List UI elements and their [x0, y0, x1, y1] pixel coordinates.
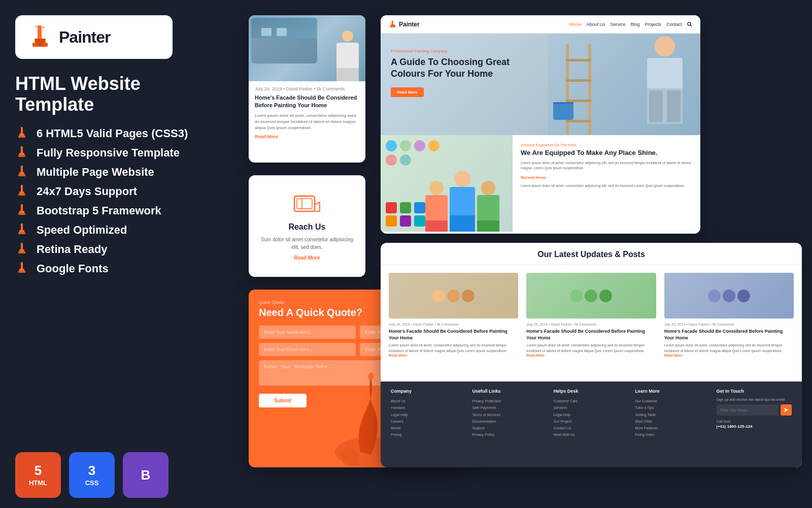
nav-home[interactable]: Home: [569, 22, 581, 27]
reach-body: Sum dolor sit amet consetetur adipisicin…: [259, 236, 355, 251]
post-body-3: Lorem ipsum dolor sit amet, consectetur …: [664, 343, 794, 354]
feature-item-4: 24x7 Days Support: [15, 184, 223, 199]
footer-phone: (+61) 1800-125-124: [717, 424, 792, 429]
brush-icon-8: [15, 262, 29, 276]
reach-card: Reach Us Sum dolor sit amet consetetur a…: [249, 175, 365, 277]
main-title: HTML Website Template: [15, 73, 223, 115]
svg-rect-0: [38, 25, 42, 40]
svg-rect-24: [21, 243, 23, 250]
site-logo-text: Painter: [399, 21, 420, 28]
svg-point-39: [688, 22, 691, 25]
posts-title: Our Latest Updates & Posts: [391, 250, 792, 259]
feature-item-3: Multiple Page Website: [15, 165, 223, 179]
svg-rect-17: [18, 194, 25, 196]
svg-rect-18: [21, 204, 23, 211]
footer-col-title-3: Helps Desk: [554, 389, 629, 394]
quote-input-name[interactable]: [259, 326, 356, 339]
feature-item-8: Google Fonts: [15, 262, 223, 276]
site-nav: Painter Home About Us Service Blog Proje…: [381, 15, 700, 34]
quote-input-email[interactable]: [259, 343, 356, 356]
posts-header: Our Latest Updates & Posts: [381, 243, 802, 265]
brush-icon-2: [15, 146, 29, 160]
post-card-3: July 29, 2019 • David Parker • 5k Commen…: [664, 273, 794, 373]
footer-col-2: Usefull Links Privacy Protection Safe Pa…: [472, 389, 547, 461]
reach-title: Reach Us: [289, 223, 326, 232]
site-footer: Company About Us Investors Legal Help Ca…: [381, 382, 802, 467]
nav-projects[interactable]: Projects: [645, 22, 661, 27]
feature-text-6: Speed Optimized: [37, 224, 127, 237]
about-content: Intensive Experience On This Field. We A…: [513, 135, 700, 232]
nav-contact[interactable]: Contact: [666, 22, 682, 27]
about-title: We Are Equipped To Make Any Place Shine.: [521, 149, 692, 157]
brush-icon-6: [15, 223, 29, 237]
svg-rect-21: [21, 224, 23, 231]
svg-rect-6: [21, 127, 23, 134]
post-read-more-2[interactable]: Read More: [526, 354, 656, 357]
nav-about[interactable]: About Us: [586, 22, 605, 27]
feature-text-7: Retina Ready: [37, 243, 107, 256]
footer-col-4: Learn More Our Customer Tutor a Tips Vis…: [635, 389, 710, 461]
svg-rect-38: [390, 25, 395, 27]
svg-rect-14: [18, 174, 25, 176]
post-read-more-3[interactable]: Read More: [664, 354, 794, 357]
hero-image: [548, 34, 700, 135]
svg-rect-26: [18, 251, 25, 253]
search-icon[interactable]: [687, 22, 692, 27]
footer-email-submit[interactable]: [781, 404, 792, 416]
footer-col-title-2: Usefull Links: [472, 389, 547, 394]
feature-item-5: Bootstrap 5 Framework: [15, 204, 223, 218]
footer-col-1: Company About Us Investors Legal Help Ca…: [391, 389, 466, 461]
reach-read-more[interactable]: Read More: [294, 255, 320, 261]
site-logo: Painter: [389, 20, 420, 28]
about-news-label: Recent News: [521, 175, 692, 180]
post-title-3: Home's Facade Should Be Considered Befor…: [664, 328, 794, 341]
quote-submit-button[interactable]: Submit: [259, 394, 307, 407]
footer-col-5: Get In Touch Sign up and receive the lat…: [717, 389, 792, 461]
blog-card: July 29, 2019 • David Parker • 5k Commen…: [249, 15, 365, 163]
feature-item-7: Retina Ready: [15, 242, 223, 257]
svg-rect-9: [21, 146, 23, 153]
svg-rect-15: [21, 185, 23, 192]
footer-col-title-4: Learn More: [635, 389, 710, 394]
footer-email-input[interactable]: [717, 404, 779, 416]
send-icon: [784, 407, 789, 412]
svg-rect-12: [21, 166, 23, 173]
feature-text-1: 6 HTML5 Valid Pages (CSS3): [37, 127, 188, 140]
brush-icon-5: [15, 204, 29, 218]
blog-card-content: July 29, 2019 • David Parker • 5k Commen…: [249, 81, 365, 144]
about-label: Intensive Experience On This Field.: [521, 143, 692, 147]
feature-list: 6 HTML5 Valid Pages (CSS3) Fully Respons…: [15, 126, 223, 276]
nav-blog[interactable]: Blog: [630, 22, 639, 27]
svg-marker-41: [784, 408, 788, 412]
hero-cta-button[interactable]: Read More: [391, 87, 424, 97]
nav-service[interactable]: Service: [610, 22, 625, 27]
about-body: Lorem ipsum dolor sit amet, consectetur …: [521, 161, 692, 171]
site-about: Intensive Experience On This Field. We A…: [381, 135, 700, 232]
css3-badge: 3 CSS: [69, 452, 115, 498]
svg-line-40: [691, 25, 692, 26]
blog-read-more[interactable]: Read More: [255, 134, 359, 139]
post-meta-2: July 29, 2019 • David Parker • 5k Commen…: [526, 323, 656, 326]
svg-point-34: [341, 448, 359, 466]
post-meta-3: July 29, 2019 • David Parker • 5k Commen…: [664, 323, 794, 326]
footer-call-label: Call Now: [717, 420, 792, 423]
left-panel: Painter HTML Website Template 6 HTML5 Va…: [0, 0, 239, 508]
footer-col-title-1: Company: [391, 389, 466, 394]
feature-text-8: Google Fonts: [37, 262, 109, 275]
html5-badge: 5 HTML: [15, 452, 61, 498]
blog-card-image: [249, 15, 365, 81]
brush-icon-7: [15, 242, 29, 257]
post-title-2: Home's Facade Should Be Considered Befor…: [526, 328, 656, 341]
post-image-3: [664, 273, 794, 319]
feature-item: 6 HTML5 Valid Pages (CSS3): [15, 126, 223, 141]
posts-card: Our Latest Updates & Posts July 29, 2019…: [381, 243, 802, 467]
site-hero: Professional Painting Company A Guide To…: [381, 34, 700, 135]
post-image-2: [526, 273, 656, 319]
hero-subtitle: Professional Painting Company: [391, 49, 513, 53]
blog-meta: July 29, 2019 • David Parker • 5k Commen…: [255, 86, 359, 91]
post-card-2: July 29, 2019 • David Parker • 5k Commen…: [526, 273, 656, 373]
svg-rect-23: [18, 232, 25, 234]
blog-title: Home's Facade Should Be Considered Befor…: [255, 94, 359, 110]
post-read-more-1[interactable]: Read More: [389, 354, 518, 357]
reach-icon: [292, 192, 322, 217]
